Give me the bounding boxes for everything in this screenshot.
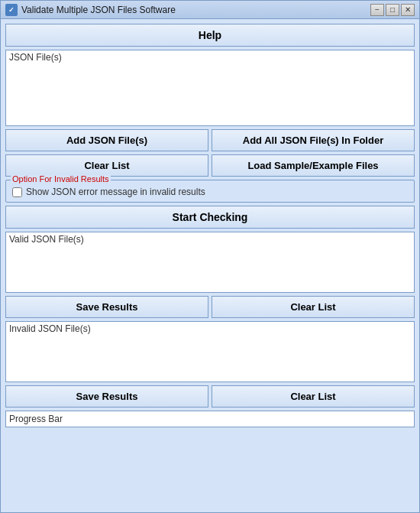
start-checking-button[interactable]: Start Checking: [5, 206, 415, 229]
save-results-invalid-button[interactable]: Save Results: [5, 385, 208, 407]
clear-list-top-button[interactable]: Clear List: [5, 154, 208, 177]
progress-bar-label: Progress Bar: [9, 414, 63, 424]
help-button[interactable]: Help: [5, 24, 415, 47]
show-error-checkbox[interactable]: [12, 187, 22, 197]
options-legend: Option For Invalid Results: [11, 174, 111, 183]
close-button[interactable]: ✕: [401, 4, 415, 16]
clear-load-row: Clear List Load Sample/Example Files: [5, 154, 415, 177]
show-error-checkbox-row: Show JSON error message in invalid resul…: [12, 187, 408, 197]
minimize-button[interactable]: −: [370, 4, 384, 16]
json-files-label: JSON File(s): [9, 52, 62, 63]
add-files-row: Add JSON File(s) Add All JSON File(s) In…: [5, 129, 415, 151]
save-results-valid-button[interactable]: Save Results: [5, 296, 208, 318]
options-group: Option For Invalid Results Show JSON err…: [5, 180, 415, 203]
restore-button[interactable]: □: [386, 4, 399, 16]
add-json-files-button[interactable]: Add JSON File(s): [5, 129, 208, 151]
invalid-json-files-label: Invalid JSON File(s): [9, 323, 91, 334]
main-window: ✓ Validate Multiple JSON Files Software …: [0, 0, 420, 513]
json-files-listbox: JSON File(s): [5, 50, 415, 126]
progress-bar-area: Progress Bar: [5, 411, 415, 427]
invalid-json-files-listbox: Invalid JSON File(s): [5, 321, 415, 382]
valid-json-files-listbox: Valid JSON File(s): [5, 232, 415, 293]
title-bar: ✓ Validate Multiple JSON Files Software …: [1, 1, 419, 19]
app-icon: ✓: [5, 4, 18, 16]
window-title: Validate Multiple JSON Files Software: [21, 5, 370, 15]
content-area: Help JSON File(s) Add JSON File(s) Add A…: [1, 19, 419, 512]
clear-list-valid-button[interactable]: Clear List: [212, 296, 415, 318]
add-all-json-folder-button[interactable]: Add All JSON File(s) In Folder: [212, 129, 415, 151]
save-clear-invalid-row: Save Results Clear List: [5, 385, 415, 407]
clear-list-invalid-button[interactable]: Clear List: [212, 385, 415, 407]
show-error-label: Show JSON error message in invalid resul…: [26, 187, 205, 197]
window-controls: − □ ✕: [370, 4, 415, 16]
load-sample-button[interactable]: Load Sample/Example Files: [212, 154, 415, 177]
valid-json-files-label: Valid JSON File(s): [9, 234, 84, 245]
save-clear-valid-row: Save Results Clear List: [5, 296, 415, 318]
